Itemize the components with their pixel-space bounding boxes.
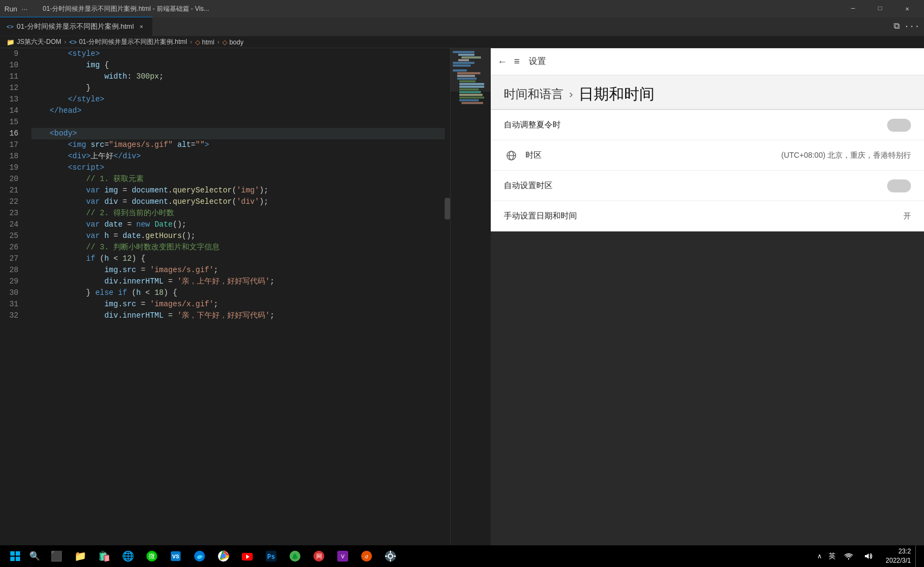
- code-line-22: var div = document.querySelector('div');: [31, 196, 491, 208]
- title-bar: Run ··· 01-分时间候并显示不同图片案例.html - 前端基础篇 - …: [0, 0, 924, 17]
- code-line-16: <body>: [31, 128, 491, 139]
- taskbar-app-chat[interactable]: 微: [141, 545, 163, 567]
- window-controls: ─ □ ✕: [840, 0, 920, 17]
- code-lines: <style> img { width: 300px; } </style> <…: [27, 48, 491, 547]
- code-line-19: <script>: [31, 162, 491, 173]
- folder-icon: 📁: [7, 38, 15, 46]
- tray-wifi-icon[interactable]: [840, 545, 857, 567]
- editor-scrollbar[interactable]: [445, 48, 450, 547]
- breadcrumb-item-2[interactable]: <> 01-分时间候并显示不同图片案例.html: [69, 37, 187, 47]
- minimap-code: [451, 48, 491, 107]
- settings-item-timezone[interactable]: 时区 (UTC+08:00) 北京，重庆，香港特别行: [491, 140, 924, 171]
- breadcrumb-item-4[interactable]: ◇ body: [222, 38, 243, 46]
- line-num-24: 24: [0, 219, 18, 230]
- taskbar-app-folder[interactable]: 📁: [69, 545, 91, 567]
- line-num-27: 27: [0, 253, 18, 265]
- line-num-32: 32: [0, 310, 18, 321]
- taskbar-app-chrome[interactable]: [213, 545, 234, 567]
- taskbar-app-youtube[interactable]: [236, 545, 258, 567]
- taskbar-app-store[interactable]: 🛍️: [93, 545, 115, 567]
- split-editor-button[interactable]: ⧉: [894, 21, 900, 31]
- close-button[interactable]: ✕: [895, 0, 920, 17]
- taskbar-app-fileexplorer[interactable]: ⬛: [46, 545, 67, 567]
- tray-show-desktop[interactable]: [915, 545, 920, 567]
- code-line-26: // 3. 判断小时数改变图片和文字信息: [31, 242, 491, 253]
- taskbar-app-music[interactable]: 网: [308, 545, 330, 567]
- line-numbers: 9 10 11 12 13 14 15 16 17 18 19 20 21 22…: [0, 48, 27, 547]
- breadcrumb-label-1: JS第六天-DOM: [17, 37, 61, 47]
- taskbar-app-browser1[interactable]: 🌐: [117, 545, 139, 567]
- tray-volume-icon[interactable]: [859, 545, 877, 567]
- timezone-icon: [504, 150, 519, 161]
- settings-panel: ← ≡ 设置 时间和语言 › 日期和时间 自动调整夏令时: [491, 48, 924, 547]
- line-num-16: 16: [0, 128, 18, 139]
- svg-rect-4: [16, 551, 20, 556]
- tray-chevron[interactable]: ∧: [815, 552, 824, 560]
- line-num-22: 22: [0, 196, 18, 208]
- editor-minimap: [450, 48, 491, 547]
- taskbar-app-vscode[interactable]: VS: [165, 545, 187, 567]
- html-element-icon: ◇: [195, 38, 200, 46]
- tab-label: 01-分时间候并显示不同图片案例.html: [17, 22, 134, 31]
- breadcrumb-item-3[interactable]: ◇ html: [195, 38, 215, 46]
- editor-tab[interactable]: <> 01-分时间候并显示不同图片案例.html ×: [0, 17, 152, 36]
- code-line-13: </style>: [31, 94, 491, 105]
- taskbar-app-refresh[interactable]: ↺: [356, 545, 377, 567]
- settings-item-timezone-label: 时区: [525, 150, 775, 160]
- taskbar-app-settings[interactable]: [380, 545, 401, 567]
- code-line-32: div.innerHTML = '亲，下午好，好好写代码';: [31, 310, 491, 321]
- menu-more[interactable]: ···: [22, 5, 28, 13]
- minimize-button[interactable]: ─: [840, 0, 865, 17]
- window-title: 01-分时间候并显示不同图片案例.html - 前端基础篇 - Vis...: [43, 4, 209, 14]
- settings-item-auto-timezone[interactable]: 自动设置时区: [491, 171, 924, 201]
- line-num-9: 9: [0, 48, 18, 60]
- line-num-23: 23: [0, 208, 18, 219]
- code-line-31: img.src = 'images/x.gif';: [31, 299, 491, 310]
- tab-close-button[interactable]: ×: [137, 22, 146, 31]
- menu-run[interactable]: Run: [4, 5, 17, 13]
- code-line-11: width: 300px;: [31, 71, 491, 82]
- more-actions-button[interactable]: ···: [904, 22, 920, 31]
- taskbar-apps: ⬛ 📁 🛍️ 🌐 微 VS: [46, 545, 401, 567]
- svg-text:网: 网: [316, 553, 322, 560]
- tab-layout-controls: ⧉ ···: [889, 17, 924, 36]
- settings-breadcrumb-parent[interactable]: 时间和语言: [504, 86, 563, 102]
- clock-date: 2022/3/1: [886, 556, 911, 565]
- settings-item-dst[interactable]: 自动调整夏令时: [491, 110, 924, 140]
- settings-toggle-auto-timezone[interactable]: [887, 179, 911, 192]
- settings-item-manual-datetime[interactable]: 手动设置日期和时间 开: [491, 201, 924, 231]
- tray-lang[interactable]: 英: [826, 551, 838, 561]
- taskbar-app-git[interactable]: 🌲: [284, 545, 306, 567]
- breadcrumb-label-3: html: [202, 38, 215, 46]
- settings-breadcrumb-arrow: ›: [568, 88, 574, 101]
- settings-menu-button[interactable]: ≡: [514, 56, 520, 67]
- line-num-29: 29: [0, 276, 18, 287]
- taskbar-search-button[interactable]: 🔍: [26, 547, 43, 565]
- maximize-button[interactable]: □: [868, 0, 893, 17]
- line-num-21: 21: [0, 185, 18, 196]
- start-button[interactable]: [4, 545, 26, 567]
- tab-bar: <> 01-分时间候并显示不同图片案例.html × ⧉ ···: [0, 17, 924, 36]
- code-line-15: [31, 117, 491, 128]
- settings-header: ← ≡ 设置: [491, 48, 924, 75]
- title-bar-left: Run ··· 01-分时间候并显示不同图片案例.html - 前端基础篇 - …: [4, 4, 834, 14]
- settings-item-auto-timezone-label: 自动设置时区: [504, 181, 881, 191]
- taskbar: 🔍 ⬛ 📁 🛍️ 🌐 微 VS: [0, 545, 924, 567]
- svg-rect-5: [10, 557, 15, 561]
- taskbar-app-photoshop[interactable]: Ps: [260, 545, 282, 567]
- code-line-18: <div>上午好</div>: [31, 151, 491, 162]
- svg-point-14: [221, 554, 226, 558]
- breadcrumb-label-4: body: [229, 38, 243, 46]
- svg-text:↺: ↺: [365, 553, 369, 560]
- settings-back-button[interactable]: ←: [499, 56, 505, 67]
- svg-rect-30: [390, 559, 391, 562]
- taskbar-app-edge[interactable]: [189, 545, 210, 567]
- code-editor[interactable]: 9 10 11 12 13 14 15 16 17 18 19 20 21 22…: [0, 48, 491, 547]
- settings-toggle-dst[interactable]: [887, 119, 911, 132]
- taskbar-app-purple[interactable]: V: [332, 545, 354, 567]
- taskbar-clock[interactable]: 23:2 2022/3/1: [881, 547, 915, 565]
- svg-text:🌲: 🌲: [291, 552, 299, 560]
- line-num-11: 11: [0, 71, 18, 82]
- scrollbar-thumb[interactable]: [445, 198, 450, 220]
- breadcrumb-item-1[interactable]: 📁 JS第六天-DOM: [7, 37, 61, 47]
